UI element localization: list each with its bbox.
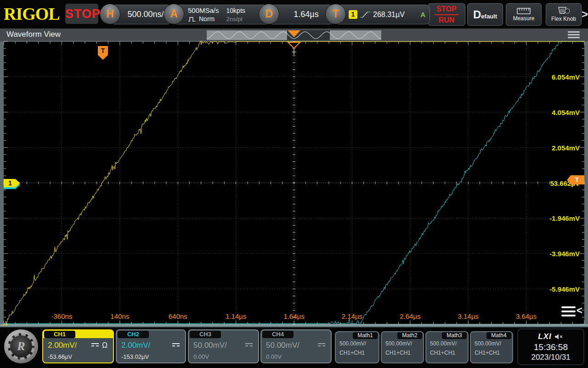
voltage-axis-label: -5.946mV [549, 285, 580, 293]
measure-label: Measure [513, 15, 535, 22]
oscilloscope-screen: RIGOL STOP H 500.00ns/ A 500MSa/s Norm 1… [0, 0, 588, 368]
ch3-offset: 0.00V [189, 350, 258, 360]
channel-box-ch1[interactable]: CH1 2.00mV/ Ω -53.66µV [42, 329, 114, 363]
default-label-rest: efault [481, 13, 497, 20]
flex-knob-label: Flex Knob [551, 16, 576, 22]
run-status-badge[interactable]: STOP [65, 4, 98, 24]
ch3-coupling-icon [245, 343, 253, 348]
math2-scale: 500.00mV/ [382, 339, 423, 347]
status-clock-box[interactable]: LXI 15:36:58 2023/10/31 [517, 328, 584, 365]
system-date: 2023/10/31 [518, 353, 583, 362]
math2-expression: CH1+CH1 [382, 347, 423, 356]
timebase-overview-strip[interactable] [207, 30, 381, 40]
trigger-button[interactable]: 1 268.31µV A [334, 5, 430, 24]
bottom-bar: R CH1 2.00mV/ Ω -53.66µV CH2 2.00mV/ -15… [0, 328, 588, 368]
math4-tab: Math4 [486, 332, 511, 339]
flex-knob-icon [557, 7, 571, 15]
system-time: 15:36:58 [518, 342, 583, 352]
time-axis-label: 3.14µs [458, 312, 479, 320]
time-axis-label: -360ns [51, 312, 72, 320]
time-axis-label: 640ns [169, 312, 187, 320]
ch1-coupling-icon [91, 343, 99, 348]
default-label-initial: D [473, 8, 481, 21]
measure-button[interactable]: Measure [506, 3, 542, 26]
trigger-knob[interactable]: T [325, 4, 346, 24]
delay-position-triangle-icon[interactable] [288, 42, 300, 48]
ch1-impedance: Ω [102, 341, 107, 350]
menu-collapse-chevron: < [577, 305, 582, 316]
waveform-view-header: Waveform View [0, 29, 588, 41]
toolbar-next-chevron[interactable]: > [582, 8, 588, 21]
stop-run-button[interactable]: STOP RUN [428, 3, 465, 26]
horizontal-scale-value: 500.00ns/ [127, 10, 164, 19]
time-axis-label: 2.14µs [342, 312, 362, 320]
rigol-logo: RIGOL [4, 4, 60, 24]
flex-knob-button[interactable]: Flex Knob [546, 3, 582, 26]
math2-tab: Math2 [397, 332, 422, 339]
pulse-icon [188, 16, 197, 22]
math4-scale: 500.00mV/ [471, 339, 512, 347]
horizontal-knob[interactable]: H [100, 4, 120, 24]
math3-scale: 500.00mV/ [426, 339, 468, 347]
header-menu-icon[interactable] [568, 31, 580, 40]
math-box-math3[interactable]: Math3 500.00mV/ CH1+CH1 [425, 331, 469, 363]
ch2-offset: -153.02µV [117, 350, 185, 360]
channel-box-ch3[interactable]: CH3 50.00mV/ 0.00V [188, 329, 259, 363]
time-axis-label: 1.14µs [226, 312, 246, 320]
display-menu-icon[interactable]: < [561, 305, 584, 319]
lxi-logo: LXI [538, 332, 551, 341]
memory-depth: 10kpts [226, 7, 245, 14]
acquisition-knob[interactable]: A [164, 4, 184, 24]
graticule-left-border [0, 41, 4, 324]
stop-run-divider [435, 14, 458, 15]
math1-expression: CH1+CH1 [336, 347, 379, 356]
math-box-math2[interactable]: Math2 500.00mV/ CH1+CH1 [381, 331, 424, 363]
math-box-math4[interactable]: Math4 500.00mV/ CH1+CH1 [470, 331, 513, 363]
voltage-axis-label: -1.946mV [549, 214, 580, 222]
speaker-muted-icon [554, 334, 564, 340]
ch1-trace [2, 41, 584, 326]
acquire-mode: Norm [199, 15, 215, 23]
trigger-level-value: 268.31µV [373, 11, 405, 19]
trigger-slope-icon [360, 10, 371, 19]
channel-box-ch4[interactable]: CH4 50.00mV/ 0.00V [260, 329, 332, 363]
rigol-gear-logo[interactable]: R [4, 329, 38, 363]
ruler-icon [517, 8, 531, 14]
ch3-scale: 50.00mV/ [193, 341, 227, 350]
time-axis-label: 1.64µs [283, 312, 304, 320]
voltage-axis-label: 4.054mV [552, 108, 580, 116]
delay-value: 1.64µs [294, 10, 318, 19]
math1-tab: Math1 [353, 332, 378, 339]
ch4-offset: 0.00V [261, 350, 331, 360]
default-button[interactable]: D efault [467, 3, 503, 26]
run-label: RUN [439, 16, 455, 24]
ch1-tab: CH1 [44, 331, 75, 338]
math4-expression: CH1+CH1 [471, 347, 512, 356]
ch2-scale: 2.00mV/ [121, 341, 150, 350]
ch1-scale: 2.00mV/ [48, 341, 77, 350]
trigger-position-flag[interactable]: T [98, 46, 108, 60]
math1-scale: 500.00mV/ [336, 339, 379, 347]
acquisition-button[interactable]: 500MSa/s Norm 10kpts 2ns/pt [173, 5, 273, 24]
ch1-offset: -53.66µV [43, 350, 113, 360]
voltage-axis-label: -3.946mV [549, 250, 580, 258]
top-bar: RIGOL STOP H 500.00ns/ A 500MSa/s Norm 1… [0, 0, 588, 29]
math3-tab: Math3 [442, 332, 467, 339]
graticule-right-border [584, 41, 588, 324]
math-box-math1[interactable]: Math1 500.00mV/ CH1+CH1 [335, 331, 379, 363]
math3-expression: CH1+CH1 [426, 347, 468, 356]
stop-label: STOP [436, 5, 456, 13]
ch2-tab: CH2 [118, 331, 149, 338]
sample-resolution: 2ns/pt [226, 16, 245, 23]
sample-rate: 500MSa/s [188, 6, 219, 14]
time-axis-label: 2.64µs [400, 312, 420, 320]
delay-knob[interactable]: D [259, 4, 279, 24]
time-axis-label: 3.64µs [516, 312, 537, 320]
trigger-source-badge: 1 [349, 10, 357, 19]
voltage-axis-label: 6.054mV [552, 73, 580, 80]
voltage-axis-label: 2.054mV [552, 144, 580, 151]
channel-box-ch2[interactable]: CH2 2.00mV/ -153.02µV [116, 329, 186, 363]
ch2-trace [4, 41, 584, 324]
ch4-scale: 50.00mV/ [266, 341, 300, 350]
ch2-coupling-icon [172, 343, 180, 348]
